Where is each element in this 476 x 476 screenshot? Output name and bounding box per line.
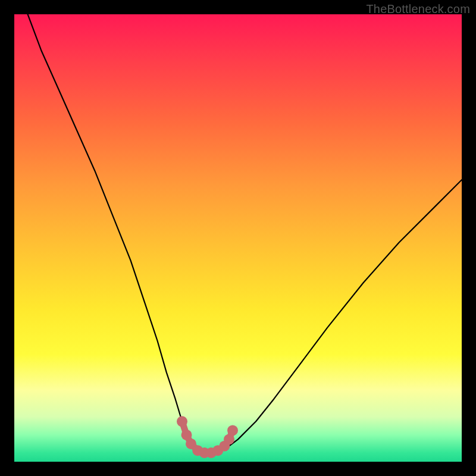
watermark-text: TheBottleneck.com: [366, 2, 470, 16]
optimal-zone-marker: [177, 416, 187, 427]
chart-svg: [14, 14, 462, 462]
chart-background: [14, 14, 462, 462]
optimal-zone-marker: [227, 425, 238, 436]
bottleneck-curve: [28, 14, 462, 453]
optimal-zone-markers: [177, 416, 238, 458]
